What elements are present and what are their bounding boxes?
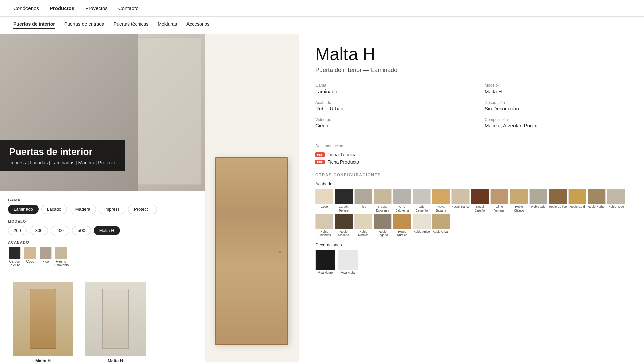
config-swatch-name: Roble Coffee bbox=[549, 205, 567, 209]
config-swatch-group: Nogal Blanco bbox=[451, 189, 470, 213]
swatch-fico-color[interactable] bbox=[40, 247, 52, 259]
info-modelo-key: Modelo bbox=[485, 83, 627, 88]
config-swatch[interactable] bbox=[471, 189, 489, 204]
config-swatch[interactable] bbox=[451, 189, 470, 204]
acabado-label: ACABADO bbox=[8, 240, 197, 244]
info-decoracion: Decoración Sin Decoración bbox=[485, 100, 627, 111]
doc-ficha-producto[interactable]: PDF Ficha Producto bbox=[315, 159, 627, 165]
decor-swatch[interactable] bbox=[338, 250, 358, 270]
nav-productos[interactable]: Productos bbox=[50, 5, 74, 11]
product-image-2 bbox=[85, 282, 146, 356]
swatch-carbon: Carbón Texture bbox=[8, 247, 21, 267]
config-swatch[interactable] bbox=[315, 214, 333, 229]
gama-btn-madera[interactable]: Madera bbox=[70, 205, 96, 214]
documentation-section: Documentación PDF Ficha Técnica PDF Fich… bbox=[315, 144, 627, 165]
config-swatch-group: Haya Bavaria bbox=[432, 189, 450, 213]
product-subtitle: Puerta de interior — Laminado bbox=[315, 67, 627, 74]
gama-btn-protectplus[interactable]: Protect + bbox=[128, 205, 157, 214]
config-swatch[interactable] bbox=[549, 189, 567, 204]
config-swatch[interactable] bbox=[393, 214, 411, 229]
list-item[interactable]: Malta H Roble Urban, Sin Decoración, Cie… bbox=[9, 282, 76, 362]
product-image-1 bbox=[13, 282, 73, 356]
config-swatch-name: Nogal Blanco bbox=[451, 205, 470, 209]
config-swatch[interactable] bbox=[413, 189, 431, 204]
swatch-fresno-color[interactable] bbox=[55, 247, 67, 259]
config-swatch[interactable] bbox=[490, 189, 508, 204]
modelo-btn-300[interactable]: 300 bbox=[30, 226, 48, 235]
config-swatch[interactable] bbox=[335, 214, 353, 229]
info-acabado: Acabado Roble Urban bbox=[315, 100, 458, 111]
config-swatch[interactable] bbox=[588, 189, 606, 204]
right-panel: Malta H Puerta de interior — Laminado Ga… bbox=[299, 34, 644, 362]
config-swatch-group: Roble Clásico bbox=[510, 189, 528, 213]
config-swatch-group: Nogal Español bbox=[471, 189, 489, 213]
gama-btn-laminado[interactable]: Laminado bbox=[8, 205, 39, 214]
config-swatch[interactable] bbox=[393, 189, 411, 204]
subnav-tecnicas[interactable]: Puertas técnicas bbox=[114, 21, 149, 29]
swatch-carbon-color[interactable] bbox=[9, 247, 21, 259]
config-swatch-group: Roble Urban bbox=[432, 214, 450, 237]
info-vidrieras: Vidrieras Ciega bbox=[315, 117, 458, 128]
gama-btn-impress[interactable]: Impress bbox=[99, 205, 125, 214]
config-swatch[interactable] bbox=[315, 189, 333, 204]
doc-ficha-tecnica[interactable]: PDF Ficha Técnica bbox=[315, 152, 627, 157]
modelo-btn-500[interactable]: 500 bbox=[72, 226, 91, 235]
config-swatch-name: Roble Nagano bbox=[374, 230, 392, 237]
config-swatch[interactable] bbox=[354, 214, 372, 229]
info-decoracion-val: Sin Decoración bbox=[485, 106, 627, 111]
subnav-entrada[interactable]: Puertas de entrada bbox=[64, 21, 104, 29]
swatch-coco-color[interactable] bbox=[24, 247, 36, 259]
config-swatch[interactable] bbox=[374, 214, 392, 229]
pdf-icon-1: PDF bbox=[315, 152, 325, 157]
nav-proyectos[interactable]: Proyectos bbox=[85, 5, 108, 11]
modelo-btn-maltah[interactable]: Malta H bbox=[94, 226, 120, 235]
info-composicion: Composición Macizo, Alveolar, Porex bbox=[485, 117, 627, 128]
subnav-interior[interactable]: Puertas de interior bbox=[13, 21, 55, 29]
decoraciones-swatches: Viva NegroViva Metal bbox=[315, 250, 627, 274]
nav-contacto[interactable]: Contacto bbox=[118, 5, 139, 11]
config-swatch-group: Roble Rústico bbox=[393, 214, 411, 237]
info-gama-val: Laminado bbox=[315, 88, 458, 94]
config-swatch-group: Fresno Eslovenia bbox=[374, 189, 392, 213]
left-panel: Puertas de interior Impress | Lacadas | … bbox=[0, 34, 205, 362]
config-swatch-group: Roble Gold bbox=[568, 189, 586, 213]
config-swatch-name: Roble Nórdico bbox=[354, 230, 372, 237]
config-swatch[interactable] bbox=[568, 189, 586, 204]
config-swatch-group: Olmo Vintage bbox=[490, 189, 508, 213]
modelo-filter: MODELO 200 300 400 500 Malta H bbox=[8, 219, 197, 235]
config-swatch-name: Nogal Español bbox=[471, 205, 489, 213]
info-gama-key: Gama bbox=[315, 83, 458, 88]
gama-btn-lacado[interactable]: Lacado bbox=[41, 205, 67, 214]
config-swatch-name: Coco bbox=[321, 205, 328, 209]
doc-ficha-tecnica-label: Ficha Técnica bbox=[327, 152, 357, 157]
subnav-molduras[interactable]: Molduras bbox=[158, 21, 177, 29]
config-swatch[interactable] bbox=[607, 189, 625, 204]
config-swatch[interactable] bbox=[335, 189, 353, 204]
config-swatch-name: Roble Modena bbox=[335, 230, 353, 237]
gama-filter: GAMA Laminado Lacado Madera Impress Prot… bbox=[8, 198, 197, 214]
config-swatch[interactable] bbox=[354, 189, 372, 204]
decor-swatch[interactable] bbox=[315, 250, 335, 270]
config-swatch[interactable] bbox=[529, 189, 547, 204]
info-decoracion-key: Decoración bbox=[485, 100, 627, 105]
doc-ficha-producto-label: Ficha Producto bbox=[327, 159, 359, 165]
nav-conocenos[interactable]: Conócenos bbox=[13, 5, 39, 11]
modelo-btn-400[interactable]: 400 bbox=[51, 226, 69, 235]
swatch-fico: Fico bbox=[39, 247, 52, 267]
config-swatch[interactable] bbox=[432, 214, 450, 229]
center-panel bbox=[205, 34, 299, 362]
product-name-1: Malta H bbox=[9, 358, 76, 362]
info-modelo-val: Malta H bbox=[485, 88, 627, 94]
config-swatch[interactable] bbox=[374, 189, 392, 204]
config-swatch[interactable] bbox=[432, 189, 450, 204]
config-swatch[interactable] bbox=[413, 214, 431, 229]
swatch-fresno-label: Fresno Eslovenia bbox=[54, 260, 68, 267]
modelo-btn-200[interactable]: 200 bbox=[8, 226, 27, 235]
config-swatch[interactable] bbox=[510, 189, 528, 204]
config-swatch-group: Roble Nagano bbox=[374, 214, 392, 237]
acabados-config-swatches: CocoCarbón TextureFicoFresno EsloveniaGr… bbox=[315, 189, 627, 237]
config-swatch-name: Olmo Vintage bbox=[490, 205, 508, 213]
list-item[interactable]: Malta H Roble Ártico, Sin Decoración, Ci… bbox=[82, 282, 149, 362]
info-vidrieras-key: Vidrieras bbox=[315, 117, 458, 122]
subnav-accesorios[interactable]: Accesorios bbox=[186, 21, 209, 29]
